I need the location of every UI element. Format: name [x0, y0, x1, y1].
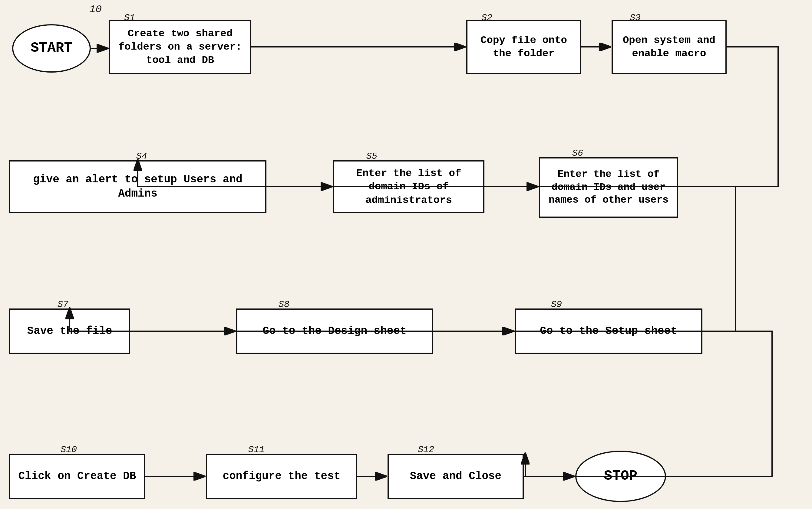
arrows-svg [0, 0, 812, 509]
step-s3: Open system and enable macro [612, 20, 727, 74]
step-label-s6: S6 [572, 148, 583, 159]
step-s11: configure the test [206, 454, 357, 499]
step-label-s9: S9 [551, 299, 562, 310]
step-label-s7: S7 [58, 299, 68, 310]
step-s2: Copy file onto the folder [466, 20, 581, 74]
stop-node: STOP [575, 451, 666, 502]
diagram-title-label: 10 [89, 4, 102, 15]
step-s9: Go to the Setup sheet [515, 308, 702, 354]
step-s12: Save and Close [387, 454, 524, 499]
flowchart-diagram: START S1 Create two shared folders on a … [0, 0, 812, 509]
step-label-s12: S12 [418, 445, 434, 455]
step-label-s4: S4 [136, 151, 147, 162]
step-s5: Enter the list of domain IDs of administ… [333, 160, 485, 213]
step-s10: Click on Create DB [9, 454, 145, 499]
start-node: START [12, 24, 91, 73]
step-s1: Create two shared folders on a server: t… [109, 20, 251, 74]
step-s8: Go to the Design sheet [236, 308, 433, 354]
step-s4: give an alert to setup Users and Admins [9, 160, 267, 213]
step-label-s10: S10 [61, 445, 77, 455]
step-label-s11: S11 [248, 445, 264, 455]
step-label-s5: S5 [366, 151, 377, 162]
step-label-s8: S8 [279, 299, 289, 310]
step-s6: Enter the list of domain IDs and user na… [539, 157, 678, 218]
step-s7: Save the file [9, 308, 130, 354]
